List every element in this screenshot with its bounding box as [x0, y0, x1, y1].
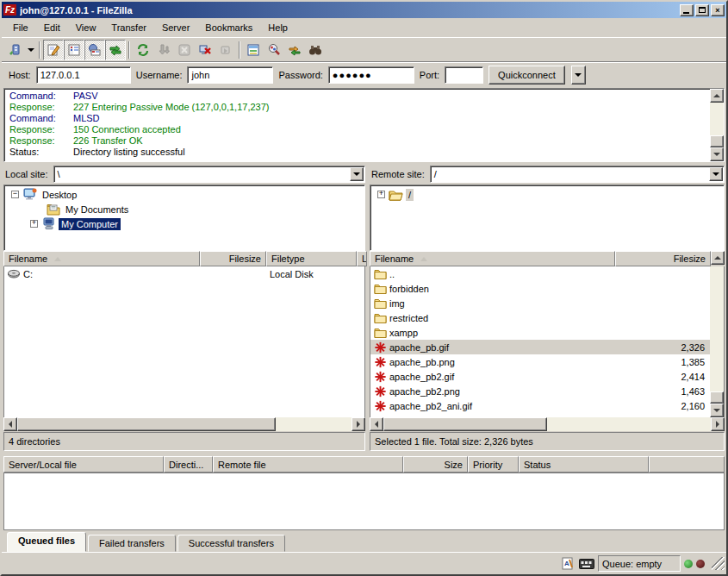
- remote-file-row[interactable]: xampp: [370, 325, 710, 340]
- menu-file[interactable]: File: [5, 20, 36, 35]
- minimize-button[interactable]: [680, 4, 694, 16]
- filter-button[interactable]: [243, 40, 264, 60]
- local-file-row[interactable]: C: Local Disk: [4, 266, 364, 281]
- tab-failed-transfers[interactable]: Failed transfers: [88, 535, 176, 552]
- tree-item-root[interactable]: + /: [370, 187, 724, 202]
- queue-body[interactable]: [3, 473, 725, 530]
- process-queue-button[interactable]: [153, 40, 174, 60]
- remote-site-combo[interactable]: /: [430, 166, 725, 183]
- reconnect-button[interactable]: [215, 40, 236, 60]
- cancel-button[interactable]: [174, 40, 195, 60]
- remote-site-combo-dropdown[interactable]: [709, 167, 723, 181]
- local-list-header: Filename Filesize Filetype L: [3, 251, 365, 266]
- remote-status-text: Selected 1 file. Total size: 2,326 bytes: [370, 432, 725, 451]
- data-type-indicator-icon[interactable]: A: [560, 557, 576, 570]
- local-site-combo[interactable]: \: [53, 166, 365, 183]
- local-tree: − Desktop My Documents + My Computer: [3, 185, 365, 251]
- column-filename[interactable]: Filename: [370, 251, 615, 266]
- port-input[interactable]: [445, 66, 483, 84]
- log-scrollbar[interactable]: [710, 89, 724, 161]
- arrow-right-icon: [716, 421, 719, 428]
- tree-item-my-documents[interactable]: My Documents: [4, 202, 364, 216]
- queue-column-priority[interactable]: Priority: [468, 456, 519, 473]
- column-filetype[interactable]: Filetype: [266, 251, 357, 266]
- tree-item-my-computer[interactable]: + My Computer: [4, 216, 364, 231]
- refresh-button[interactable]: [133, 40, 153, 60]
- tab-successful-transfers[interactable]: Successful transfers: [177, 535, 285, 552]
- log-line: Status:Directory listing successful: [9, 147, 710, 158]
- queue-column-server-local-file[interactable]: Server/Local file: [3, 456, 164, 473]
- scroll-thumb[interactable]: [710, 135, 724, 147]
- collapse-icon[interactable]: −: [11, 191, 19, 198]
- scroll-down-button[interactable]: [710, 147, 724, 161]
- site-manager-button[interactable]: [4, 40, 25, 60]
- column-filesize[interactable]: Filesize: [200, 251, 266, 266]
- local-horizontal-scrollbar[interactable]: [3, 417, 365, 431]
- local-site-combo-dropdown[interactable]: [350, 167, 364, 181]
- maximize-button[interactable]: [695, 4, 709, 16]
- toggle-queue-button[interactable]: [105, 40, 126, 60]
- scroll-thumb[interactable]: [383, 417, 547, 431]
- remote-file-row[interactable]: restricted: [370, 310, 710, 325]
- remote-file-row[interactable]: img: [370, 296, 710, 310]
- password-input[interactable]: [328, 66, 414, 84]
- scroll-right-button[interactable]: [352, 417, 365, 431]
- scroll-up-button[interactable]: [710, 89, 724, 103]
- menu-edit[interactable]: Edit: [36, 20, 68, 35]
- queue-column-size[interactable]: Size: [403, 456, 468, 473]
- quickconnect-button[interactable]: Quickconnect: [488, 66, 565, 85]
- username-input[interactable]: [187, 66, 273, 84]
- status-bar: A Queue: empty: [2, 552, 726, 574]
- scroll-down-button[interactable]: [710, 404, 724, 417]
- menu-transfer[interactable]: Transfer: [103, 20, 154, 35]
- scroll-left-button[interactable]: [3, 417, 17, 431]
- queue-column-status[interactable]: Status: [519, 456, 649, 473]
- site-manager-dropdown[interactable]: [25, 41, 36, 59]
- toggle-log-button[interactable]: [43, 40, 64, 60]
- scroll-thumb[interactable]: [17, 417, 276, 431]
- title-bar[interactable]: Fz john@127.0.0.1 - FileZilla ×: [2, 2, 726, 18]
- scroll-left-button[interactable]: [370, 417, 383, 431]
- menu-help[interactable]: Help: [260, 20, 296, 35]
- tab-queued-files[interactable]: Queued files: [7, 532, 86, 552]
- remote-file-row[interactable]: ..: [370, 266, 710, 281]
- quickconnect-dropdown[interactable]: [571, 66, 586, 85]
- find-files-button[interactable]: [305, 40, 326, 60]
- queue-column-remote-file[interactable]: Remote file: [213, 456, 403, 473]
- remote-file-row[interactable]: apache_pb.png1,385: [370, 354, 710, 369]
- host-input[interactable]: [36, 66, 131, 84]
- resize-grip[interactable]: [712, 557, 725, 570]
- expand-icon[interactable]: +: [30, 220, 38, 228]
- remote-file-row-selected[interactable]: apache_pb.gif2,326: [370, 340, 710, 354]
- scroll-up-button[interactable]: [711, 251, 725, 265]
- disconnect-button[interactable]: [195, 40, 215, 60]
- menu-server[interactable]: Server: [154, 20, 197, 35]
- column-filesize[interactable]: Filesize: [615, 251, 711, 266]
- activity-led-red-icon: [696, 560, 705, 568]
- scroll-track: [710, 103, 724, 135]
- remote-horizontal-scrollbar[interactable]: [370, 417, 725, 431]
- remote-vertical-scrollbar[interactable]: [710, 266, 724, 417]
- scroll-right-button[interactable]: [711, 417, 725, 431]
- expand-icon[interactable]: +: [377, 191, 385, 198]
- close-button[interactable]: ×: [711, 4, 725, 16]
- synchronized-browsing-button[interactable]: [284, 40, 305, 60]
- queue-column-empty[interactable]: [649, 456, 725, 473]
- remote-file-row[interactable]: apache_pb2.png1,463: [370, 384, 710, 398]
- tree-item-label: /: [406, 189, 414, 201]
- username-label: Username:: [136, 70, 183, 80]
- toggle-remote-tree-button[interactable]: [84, 40, 105, 60]
- remote-file-row[interactable]: apache_pb2.gif2,414: [370, 369, 710, 384]
- remote-file-row[interactable]: forbidden: [370, 281, 710, 296]
- column-filename[interactable]: Filename: [3, 251, 200, 266]
- tree-item-desktop[interactable]: − Desktop: [4, 187, 364, 202]
- scroll-thumb[interactable]: [710, 391, 724, 404]
- menu-bookmarks[interactable]: Bookmarks: [197, 20, 260, 35]
- menu-view[interactable]: View: [68, 20, 104, 35]
- toggle-local-tree-button[interactable]: [64, 40, 84, 60]
- remote-file-row[interactable]: apache_pb2_ani.gif2,160: [370, 398, 710, 413]
- queue-column-direction[interactable]: Directi...: [164, 456, 213, 473]
- speed-limit-indicator-icon[interactable]: [579, 557, 594, 570]
- compare-directories-button[interactable]: [264, 40, 284, 60]
- arrow-right-icon: [357, 421, 360, 428]
